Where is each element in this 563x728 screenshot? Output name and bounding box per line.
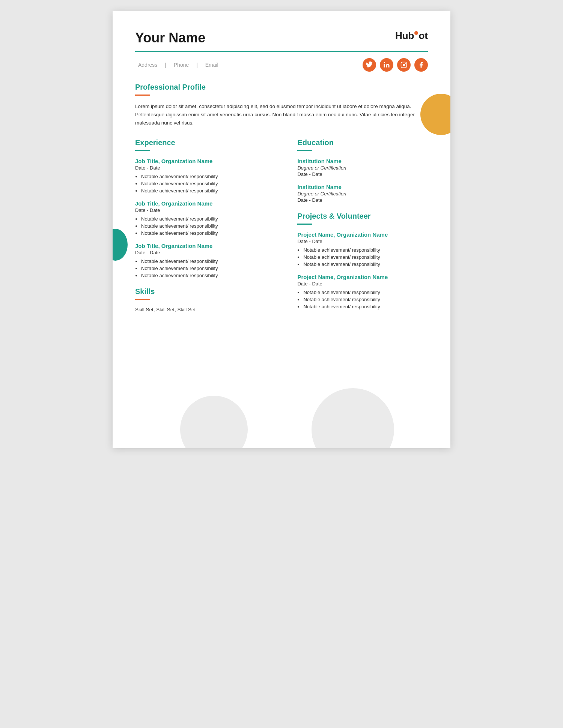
contact-row: Address | Phone | Email (135, 58, 428, 72)
twitter-icon[interactable] (363, 58, 376, 72)
profile-section: Professional Profile Lorem ipsum dolor s… (135, 83, 428, 128)
experience-underline (135, 150, 150, 151)
deco-circle-teal (113, 229, 128, 261)
edu-item-1: Institution Name Degree or Certification… (297, 158, 428, 177)
two-col-section: Experience Job Title, Organization Name … (135, 138, 428, 316)
degree-cert-1: Degree or Certification (297, 165, 428, 171)
job-title-1: Job Title, Organization Name (135, 158, 278, 164)
social-icons (363, 58, 428, 72)
list-item: Notable achievement/ responsibility (303, 290, 428, 295)
project-item-1: Project Name, Organization Name Date - D… (297, 231, 428, 267)
project-date-1: Date - Date (297, 239, 428, 244)
spot-text: ot (418, 30, 428, 42)
education-title: Education (297, 138, 428, 147)
experience-item-2: Job Title, Organization Name Date - Date… (135, 200, 278, 236)
education-underline (297, 150, 312, 151)
contact-info: Address | Phone | Email (135, 62, 221, 68)
job-achievements-1: Notable achievement/ responsibility Nota… (141, 174, 278, 194)
email-label: Email (205, 62, 218, 68)
job-date-2: Date - Date (135, 207, 278, 213)
list-item: Notable achievement/ responsibility (303, 247, 428, 253)
resume-page: Your Name Hubot Address | Phone | Email (113, 11, 450, 448)
edu-item-2: Institution Name Degree or Certification… (297, 184, 428, 203)
instagram-icon[interactable] (397, 58, 411, 72)
deco-circle-gray-br (312, 388, 394, 448)
degree-cert-2: Degree or Certification (297, 191, 428, 197)
list-item: Notable achievement/ responsibility (141, 273, 278, 278)
facebook-icon[interactable] (414, 58, 428, 72)
projects-container: Projects & Volunteer Project Name, Organ… (297, 212, 428, 309)
your-name: Your Name (135, 30, 205, 46)
profile-underline (135, 95, 150, 96)
experience-item-1: Job Title, Organization Name Date - Date… (135, 158, 278, 194)
header: Your Name Hubot (135, 30, 428, 46)
linkedin-icon[interactable] (380, 58, 393, 72)
job-title-2: Job Title, Organization Name (135, 200, 278, 207)
list-item: Notable achievement/ responsibility (303, 304, 428, 309)
header-divider (135, 51, 428, 52)
profile-title: Professional Profile (135, 83, 428, 92)
job-achievements-2: Notable achievement/ responsibility Nota… (141, 216, 278, 236)
skills-section: Skills Skill Set, Skill Set, Skill Set (135, 287, 278, 312)
project-achievements-2: Notable achievement/ responsibility Nota… (303, 290, 428, 309)
project-title-1: Project Name, Organization Name (297, 231, 428, 238)
edu-date-2: Date - Date (297, 197, 428, 203)
project-title-2: Project Name, Organization Name (297, 274, 428, 280)
institution-name-1: Institution Name (297, 158, 428, 164)
sep1: | (165, 62, 166, 68)
skills-title: Skills (135, 287, 278, 296)
list-item: Notable achievement/ responsibility (141, 230, 278, 236)
project-item-2: Project Name, Organization Name Date - D… (297, 274, 428, 309)
list-item: Notable achievement/ responsibility (303, 261, 428, 267)
projects-title: Projects & Volunteer (297, 212, 428, 221)
edu-date-1: Date - Date (297, 171, 428, 177)
address-label: Address (138, 62, 157, 68)
deco-circle-gray-bl (180, 396, 248, 448)
experience-title: Experience (135, 138, 278, 147)
svg-point-0 (384, 62, 385, 63)
skills-text: Skill Set, Skill Set, Skill Set (135, 307, 278, 312)
experience-item-3: Job Title, Organization Name Date - Date… (135, 243, 278, 278)
job-achievements-3: Notable achievement/ responsibility Nota… (141, 258, 278, 278)
list-item: Notable achievement/ responsibility (303, 254, 428, 260)
project-achievements-1: Notable achievement/ responsibility Nota… (303, 247, 428, 267)
profile-text: Lorem ipsum dolor sit amet, consectetur … (135, 102, 428, 128)
institution-name-2: Institution Name (297, 184, 428, 190)
projects-underline (297, 224, 312, 225)
list-item: Notable achievement/ responsibility (141, 266, 278, 271)
list-item: Notable achievement/ responsibility (141, 216, 278, 222)
skills-underline (135, 299, 150, 300)
job-date-3: Date - Date (135, 250, 278, 255)
sep2: | (196, 62, 198, 68)
hubspot-logo: Hubot (395, 30, 428, 42)
list-item: Notable achievement/ responsibility (141, 188, 278, 194)
job-title-3: Job Title, Organization Name (135, 243, 278, 249)
col-left: Experience Job Title, Organization Name … (135, 138, 278, 316)
job-date-1: Date - Date (135, 165, 278, 171)
list-item: Notable achievement/ responsibility (141, 174, 278, 179)
list-item: Notable achievement/ responsibility (303, 297, 428, 302)
list-item: Notable achievement/ responsibility (141, 181, 278, 186)
project-date-2: Date - Date (297, 281, 428, 287)
list-item: Notable achievement/ responsibility (141, 223, 278, 229)
col-right: Education Institution Name Degree or Cer… (297, 138, 428, 316)
list-item: Notable achievement/ responsibility (141, 258, 278, 264)
hub-text: Hub (395, 30, 414, 42)
phone-label: Phone (174, 62, 189, 68)
hubspot-dot (414, 31, 418, 35)
